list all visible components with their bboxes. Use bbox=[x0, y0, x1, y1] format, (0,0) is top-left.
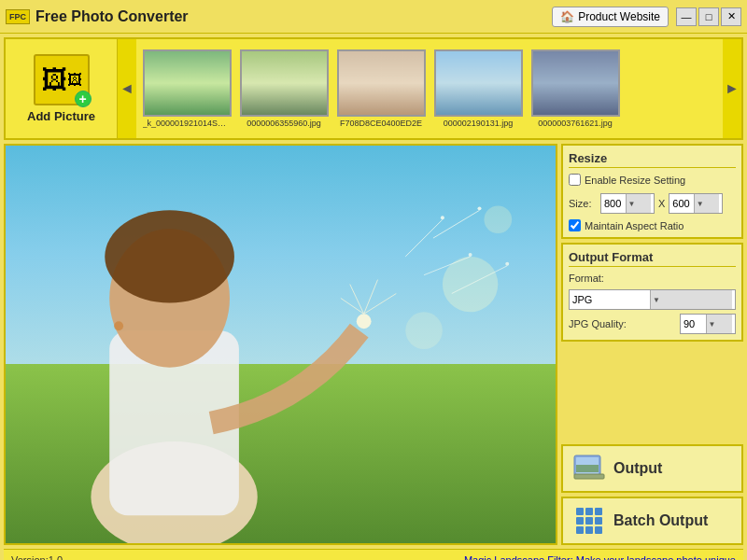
aspect-ratio-label: Maintain Aspect Ratio bbox=[585, 220, 684, 231]
svg-rect-24 bbox=[574, 474, 604, 479]
landscape-filter-link[interactable]: Magic Landscape Filter: Make your landsc… bbox=[464, 554, 736, 561]
quality-row: JPG Quality: 90 ▼ bbox=[569, 314, 736, 334]
width-arrow: ▼ bbox=[626, 194, 652, 213]
svg-point-2 bbox=[484, 205, 512, 233]
app-title: Free Photo Converter bbox=[35, 8, 552, 25]
thumbnail-name: _k_000001921014Sm... bbox=[143, 119, 232, 128]
thumbnail-item[interactable]: 000002190131.jpg bbox=[431, 49, 525, 128]
enable-resize-label: Enable Resize Setting bbox=[585, 175, 685, 186]
thumbnail-name: 0000003761621.jpg bbox=[531, 119, 620, 128]
svg-point-20 bbox=[114, 321, 123, 330]
svg-point-1 bbox=[405, 312, 443, 349]
add-picture-button[interactable]: 🖼 + Add Picture bbox=[6, 39, 118, 138]
aspect-row: Maintain Aspect Ratio bbox=[569, 219, 736, 231]
width-control[interactable]: 800 ▼ bbox=[600, 193, 655, 214]
size-label: Size: bbox=[569, 198, 597, 209]
batch-output-button[interactable]: Batch Output bbox=[561, 497, 743, 545]
quality-arrow: ▼ bbox=[706, 315, 733, 333]
right-spacer bbox=[561, 345, 743, 441]
size-row: Size: 800 ▼ X 600 ▼ bbox=[569, 193, 736, 214]
product-website-button[interactable]: 🏠 Product Website bbox=[552, 7, 669, 27]
batch-output-icon bbox=[572, 504, 606, 538]
height-value: 600 bbox=[672, 198, 694, 209]
format-title: Output Format bbox=[569, 250, 736, 267]
quality-label: JPG Quality: bbox=[569, 318, 674, 329]
quality-control[interactable]: 90 ▼ bbox=[680, 314, 736, 334]
output-button[interactable]: Output bbox=[561, 444, 743, 493]
preview-svg bbox=[6, 146, 556, 543]
add-picture-label: Add Picture bbox=[27, 109, 95, 123]
svg-point-6 bbox=[105, 210, 234, 302]
x-separator: X bbox=[658, 198, 665, 209]
svg-rect-23 bbox=[576, 465, 599, 472]
output-label: Output bbox=[613, 460, 662, 477]
toolbar: 🖼 + Add Picture ◄ _k_000001921014Sm...00… bbox=[4, 37, 743, 140]
maximize-button[interactable]: □ bbox=[698, 7, 719, 26]
title-bar: FPC Free Photo Converter 🏠 Product Websi… bbox=[0, 0, 747, 34]
svg-point-7 bbox=[357, 314, 372, 329]
width-value: 800 bbox=[604, 198, 626, 209]
height-arrow: ▼ bbox=[694, 194, 720, 213]
format-arrow: ▼ bbox=[650, 290, 732, 309]
svg-line-14 bbox=[433, 210, 480, 238]
svg-line-10 bbox=[364, 294, 397, 315]
format-section: Output Format Format: JPG ▼ JPG Quality:… bbox=[561, 243, 743, 342]
batch-output-label: Batch Output bbox=[613, 512, 708, 529]
format-value: JPG bbox=[572, 294, 650, 305]
thumbnail-name: 0000006355960.jpg bbox=[240, 119, 329, 128]
status-bar: Version:1.0 Magic Landscape Filter: Make… bbox=[4, 549, 743, 560]
format-label: Format: bbox=[569, 273, 736, 284]
app-icon: FPC bbox=[6, 9, 30, 24]
enable-resize-checkbox[interactable] bbox=[569, 174, 581, 186]
thumbnail-name: F708D8CE0400ED2E bbox=[337, 119, 426, 128]
quality-value: 90 bbox=[684, 318, 706, 329]
thumbnail-item[interactable]: 0000006355960.jpg bbox=[237, 49, 331, 128]
format-row: Format: JPG ▼ bbox=[569, 273, 736, 310]
home-icon: 🏠 bbox=[560, 10, 574, 23]
svg-line-12 bbox=[405, 219, 443, 257]
resize-title: Resize bbox=[569, 151, 736, 168]
resize-section: Resize Enable Resize Setting Size: 800 ▼… bbox=[561, 144, 743, 239]
thumbnail-item[interactable]: 0000003761621.jpg bbox=[529, 49, 622, 128]
thumbnail-item[interactable]: F708D8CE0400ED2E bbox=[334, 49, 428, 128]
add-picture-icon: 🖼 + bbox=[34, 54, 90, 105]
thumbnail-strip: ◄ _k_000001921014Sm...0000006355960.jpgF… bbox=[118, 39, 741, 138]
svg-line-9 bbox=[364, 280, 378, 315]
minimize-button[interactable]: — bbox=[676, 7, 697, 26]
svg-point-17 bbox=[469, 253, 472, 257]
svg-point-13 bbox=[441, 216, 444, 219]
thumb-nav-left-button[interactable]: ◄ bbox=[118, 39, 136, 138]
aspect-ratio-checkbox[interactable] bbox=[569, 219, 581, 231]
svg-point-19 bbox=[505, 262, 509, 266]
output-icon bbox=[572, 452, 606, 485]
main-area: Resize Enable Resize Setting Size: 800 ▼… bbox=[4, 144, 743, 545]
version-text: Version:1.0 bbox=[11, 554, 63, 561]
plus-badge: + bbox=[75, 91, 92, 107]
thumbnail-name: 000002190131.jpg bbox=[434, 119, 523, 128]
preview-image bbox=[6, 146, 556, 543]
thumbnail-list: _k_000001921014Sm...0000006355960.jpgF70… bbox=[136, 46, 723, 132]
svg-point-15 bbox=[478, 206, 482, 210]
preview-panel bbox=[4, 144, 557, 545]
close-button[interactable]: ✕ bbox=[721, 7, 741, 26]
height-control[interactable]: 600 ▼ bbox=[669, 193, 723, 214]
right-panel: Resize Enable Resize Setting Size: 800 ▼… bbox=[561, 144, 743, 545]
enable-resize-row: Enable Resize Setting bbox=[569, 174, 736, 186]
thumb-nav-right-button[interactable]: ► bbox=[723, 39, 741, 138]
picture-icon: 🖼 bbox=[67, 72, 82, 89]
thumbnail-item[interactable]: _k_000001921014Sm... bbox=[140, 49, 233, 128]
format-control[interactable]: JPG ▼ bbox=[569, 289, 736, 310]
